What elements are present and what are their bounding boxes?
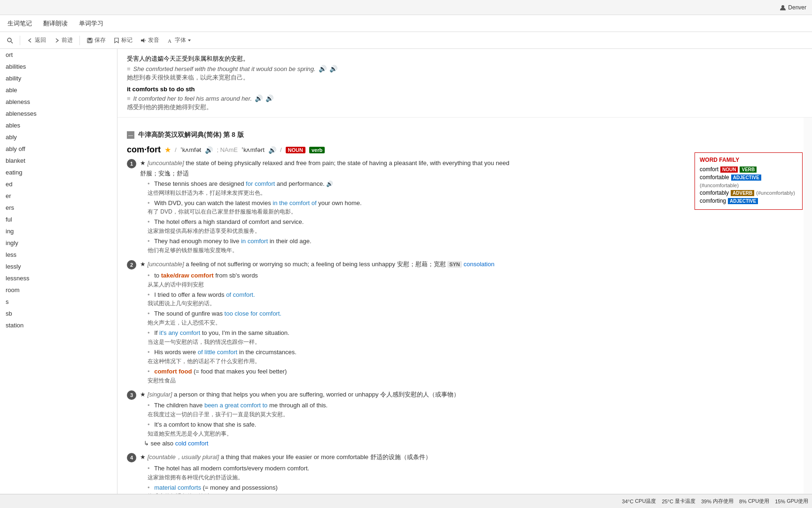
sound-btn-2[interactable]: 🔊 <box>329 65 337 72</box>
ex-2-4-en: If it's any comfort to you, I'm in the s… <box>154 329 289 336</box>
ex-2-3-en: The sound of gunfire was too close for c… <box>154 310 281 317</box>
def-num-3: 3 <box>127 390 136 400</box>
search-button[interactable] <box>4 36 16 45</box>
sidebar-item-ful[interactable]: ful <box>0 214 117 225</box>
wf-word-comforting: comforting <box>700 198 726 204</box>
collapse-button[interactable]: — <box>127 131 134 139</box>
sound-btn-4[interactable]: 🔊 <box>265 95 273 102</box>
status-bar: 34°C CPU温度 25°C 显卡温度 39% 内存使用 8% CPU使用 1… <box>0 494 812 508</box>
grammar-1: [uncountable] <box>148 159 184 167</box>
sidebar-item-blanket[interactable]: blanket <box>0 155 117 167</box>
sidebar-item-ables[interactable]: ables <box>0 119 117 131</box>
pron-uk: ˈkʌmfət <box>180 146 202 153</box>
wf-row-3: comfortably ADVERB (#uncomfortably) <box>700 190 797 196</box>
sidebar-item-ingly[interactable]: ingly <box>0 237 117 249</box>
sidebar-item-ableness[interactable]: ableness <box>0 96 117 108</box>
menu-translate[interactable]: 翻译朗读 <box>43 17 68 30</box>
sidebar-item-er[interactable]: er <box>0 190 117 202</box>
ex-1-3-en: The hotel offers a high standard of comf… <box>154 218 304 225</box>
back-icon <box>27 37 33 44</box>
entry-star: ★ <box>164 145 171 154</box>
section-title: 牛津高阶英汉双解词典(简体) 第 8 版 <box>138 131 244 139</box>
sound-ex-1-1[interactable]: 🔊 <box>326 181 333 187</box>
pos-verb-badge: verb <box>309 147 325 153</box>
ex-2-5-en: His words were of little comfort in the … <box>154 349 297 356</box>
svg-rect-5 <box>88 41 91 42</box>
save-icon <box>86 37 93 44</box>
cold-comfort-link[interactable]: cold comfort <box>175 440 209 447</box>
grammar-2: [uncountable] <box>148 261 184 268</box>
def-4: 4 ★ [countable，usually plural] a thing t… <box>127 452 794 494</box>
sidebar-item-ablenesses[interactable]: ablenesses <box>0 108 117 119</box>
sidebar-item-ability[interactable]: ability <box>0 72 117 84</box>
ex-4-1-en: The hotel has all modern comforts/every … <box>154 465 309 472</box>
sidebar-item-ably-off[interactable]: ably off <box>0 143 117 155</box>
status-temp2: 25°C 显卡温度 <box>662 498 695 505</box>
sidebar-item-ort[interactable]: ort <box>0 49 117 61</box>
ex-2-5-zh: 在这种情况下，他的话起不了什么安慰作用。 <box>148 357 794 365</box>
sound-uk[interactable]: 🔊 <box>205 146 213 154</box>
ex-2-1-zh: 从某人的话中得到安慰 <box>148 281 794 289</box>
ex-2-3-zh: 炮火声太近，让人恐慌不安。 <box>148 319 794 327</box>
save-button[interactable]: 保存 <box>84 35 109 46</box>
def-num-2: 2 <box>127 260 136 270</box>
temp1-label: CPU温度 <box>635 498 656 505</box>
wf-badge-verb: VERB <box>740 167 757 173</box>
sidebar-item-s[interactable]: s <box>0 296 117 308</box>
top-bar: Denver <box>0 0 812 15</box>
wf-badge-noun: NOUN <box>720 167 738 173</box>
sidebar-item-lessness[interactable]: lessness <box>0 272 117 284</box>
sidebar-item-sb[interactable]: sb <box>0 308 117 319</box>
ex-2-1: to take/draw comfort from sb's words 从某人… <box>144 271 794 289</box>
forward-button[interactable]: 前进 <box>51 35 76 46</box>
sidebar-item-ably[interactable]: ably <box>0 131 117 143</box>
sidebar-item-room[interactable]: room <box>0 284 117 296</box>
wf-word-comfortably: comfortably <box>700 190 729 196</box>
bookmark-button[interactable]: 标记 <box>110 35 135 46</box>
back-button[interactable]: 返回 <box>24 35 49 46</box>
ex-2-6: comfort food (= food that makes you feel… <box>144 367 794 385</box>
menu-bar: 生词笔记 翻译朗读 单词学习 <box>0 15 812 32</box>
sound-us[interactable]: 🔊 <box>268 146 276 154</box>
wf-title: WORD FAMILY <box>700 157 797 163</box>
ex-2-1-en: to take/draw comfort from sb's words <box>154 272 258 279</box>
font-button[interactable]: A 字体 <box>164 35 194 46</box>
consolation-link[interactable]: consolation <box>463 261 494 268</box>
sound-btn-1[interactable]: 🔊 <box>319 65 327 72</box>
wf-row-4: comforting ADJECTIVE <box>700 198 797 204</box>
def-2: 2 ★ [uncountable] a feeling of not suffe… <box>127 260 794 386</box>
sidebar-item-less[interactable]: less <box>0 249 117 261</box>
sidebar-item-ed[interactable]: ed <box>0 178 117 190</box>
sidebar-item-ing[interactable]: ing <box>0 225 117 237</box>
highlight-4-2: material comforts <box>154 484 201 491</box>
speak-button[interactable]: 发音 <box>137 35 162 46</box>
svg-text:A: A <box>168 38 172 44</box>
sidebar-item-abilities[interactable]: abilities <box>0 61 117 72</box>
entry-word: com·fort <box>127 145 161 155</box>
sidebar-item-lessly[interactable]: lessly <box>0 261 117 272</box>
highlight-2-3: too close for comfort. <box>225 310 281 317</box>
sound-btn-3[interactable]: 🔊 <box>255 95 263 102</box>
search-icon <box>7 37 13 44</box>
ex-1-3: The hotel offers a high standard of comf… <box>144 217 794 235</box>
highlight-3-1: been a great comfort to <box>204 402 267 409</box>
content-wrapper: 受害人的遗孀今天正受到亲属和朋友的安慰。 ≡ She comforted her… <box>117 49 812 494</box>
menu-study[interactable]: 单词学习 <box>79 17 103 30</box>
menu-notes[interactable]: 生词笔记 <box>8 17 32 30</box>
content-area[interactable]: 受害人的遗孀今天正受到亲属和朋友的安慰。 ≡ She comforted her… <box>117 49 812 494</box>
prev-line4-zh: 感受到他的拥抱使她得到安慰。 <box>127 103 803 111</box>
ex-3-1: The children have been a great comfort t… <box>144 401 794 419</box>
forward-label: 前进 <box>62 36 73 44</box>
cpu-value: 39% <box>701 499 711 504</box>
sep1 <box>20 36 20 45</box>
wf-word-comfortable: comfortable <box>700 174 729 181</box>
prev-line2-en: She comforted herself with the thought t… <box>133 65 316 72</box>
main-layout: ort abilities ability able ableness able… <box>0 49 812 494</box>
sidebar-item-station[interactable]: station <box>0 319 117 331</box>
sidebar-item-eating[interactable]: eating <box>0 167 117 178</box>
wf-word-comfort: comfort <box>700 166 718 173</box>
sidebar-item-able[interactable]: able <box>0 84 117 96</box>
sidebar-item-ers[interactable]: ers <box>0 202 117 214</box>
ex-4-2: material comforts (= money and possessio… <box>144 483 794 494</box>
ex-1-2-en: With DVD, you can watch the latest movie… <box>154 199 361 206</box>
